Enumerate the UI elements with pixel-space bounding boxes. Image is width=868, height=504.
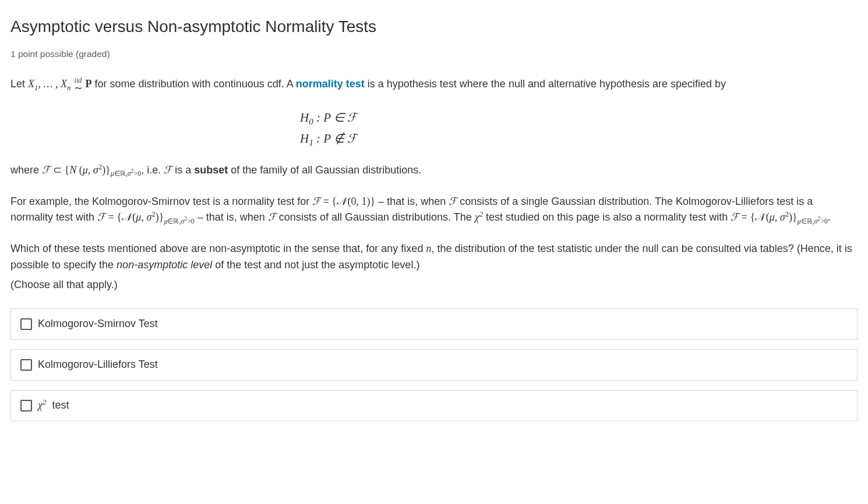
ex-g: . [828, 211, 831, 223]
math-x-sequence: X1, … , Xn [28, 78, 70, 90]
choose-all: (Choose all that apply.) [10, 277, 858, 293]
ex-e: consists of all Gaussian distributions. … [276, 211, 475, 223]
choice-ks-label: Kolmogorov-Smirnov Test [38, 316, 158, 332]
scriptF: ℱ [42, 164, 50, 176]
ex-a: For example, the Kolmogorov-Smirnov test… [10, 196, 312, 207]
ex-d: – that is, when [195, 211, 268, 223]
q-ital: non-asymptotic level [117, 259, 212, 271]
math-F-eq-Nmu-1: = {𝒩 (μ, σ2)}μ∈ℝ,σ2>0 [105, 211, 195, 223]
chi-sq-inline: χ2 [475, 211, 483, 223]
choice-chi2[interactable]: χ2 test [10, 390, 858, 421]
q-c: of the test and not just the asymptotic … [212, 259, 419, 271]
text-after-link: is a hypothesis test where the null and … [365, 78, 726, 90]
bold-subset: subset [194, 164, 228, 176]
points-possible: 1 point possible (graded) [10, 47, 858, 61]
scriptF-5: ℱ [97, 211, 105, 223]
where-pre: where [10, 164, 42, 176]
checkbox-ks[interactable] [20, 318, 32, 330]
where-paragraph: where ℱ ⊂ {N (μ, σ2)}μ∈ℝ,σ2>0, i.e. ℱ is… [10, 162, 858, 179]
hypotheses-block: H0 : P ∈ ℱ H1 : P ∉ ℱ [10, 108, 858, 149]
checkbox-chi2[interactable] [20, 400, 32, 411]
iid-stack: iid ∼ [74, 77, 83, 93]
intro-paragraph: Let X1, … , Xn iid ∼ P for some distribu… [10, 76, 858, 93]
choice-ks[interactable]: Kolmogorov-Smirnov Test [10, 308, 858, 340]
where-post: is a [172, 164, 194, 176]
choice-chi2-label: χ2 test [38, 397, 69, 414]
scriptF-4: ℱ [449, 196, 457, 207]
scriptF-6: ℱ [268, 211, 276, 223]
text-let: Let [10, 78, 28, 90]
q-a: Which of these tests mentioned above are… [10, 243, 426, 254]
example-paragraph: For example, the Kolmogorov-Smirnov test… [10, 194, 858, 226]
text-after-p: for some distribution with continuous cd… [92, 78, 296, 90]
scriptF-3: ℱ [312, 196, 320, 207]
question-paragraph: Which of these tests mentioned above are… [10, 241, 858, 274]
checkbox-kl[interactable] [20, 359, 32, 371]
term-normality-test: normality test [296, 78, 365, 90]
page-title: Asymptotic versus Non-asymptotic Normali… [10, 14, 858, 39]
ex-b: – that is, when [375, 196, 449, 207]
math-P: P [86, 78, 92, 90]
iid-tilde: ∼ [74, 84, 83, 93]
ex-f: test studied on this page is also a norm… [483, 211, 731, 223]
h1-line: H1 : P ∉ ℱ [300, 129, 858, 150]
where-tail: of the family of all Gaussian distributi… [228, 164, 421, 176]
scriptF-2: ℱ [164, 164, 172, 176]
where-ie: , i.e. [141, 164, 164, 176]
choice-list: Kolmogorov-Smirnov Test Kolmogorov-Lilli… [10, 308, 858, 421]
choice-kl-label: Kolmogorov-Lilliefors Test [38, 357, 158, 373]
math-F-eq-N01: = {𝒩 (0, 1)} [320, 196, 375, 207]
problem-container: Asymptotic versus Non-asymptotic Normali… [0, 0, 868, 448]
h0-line: H0 : P ∈ ℱ [300, 108, 858, 129]
scriptF-7: ℱ [731, 211, 739, 223]
choice-kl[interactable]: Kolmogorov-Lilliefors Test [10, 349, 858, 381]
math-F-eq-Nmu-2: = {𝒩 (μ, σ2)}μ∈ℝ,σ2>0 [739, 211, 828, 223]
math-subset-1: ⊂ {N (μ, σ2)}μ∈ℝ,σ2>0 [53, 164, 141, 176]
